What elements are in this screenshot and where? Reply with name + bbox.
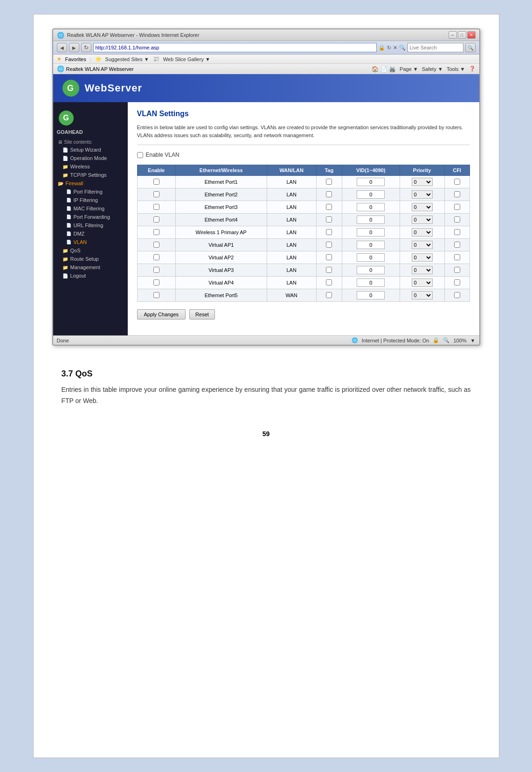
row-priority-select-5[interactable]: 0 1 2 3 4 5 6 7 [412, 241, 433, 249]
row-tag-checkbox-0[interactable] [326, 179, 332, 185]
sidebar-item-mac-filtering[interactable]: 📄 MAC Filtering [53, 204, 128, 213]
tools-menu[interactable]: Tools ▼ [447, 66, 465, 72]
webserver-logo: G [62, 80, 79, 97]
row-vid-input-7[interactable] [357, 266, 385, 274]
row-vid-input-3[interactable] [357, 216, 385, 224]
sidebar-item-vlan[interactable]: 📄 VLAN [53, 238, 128, 246]
sidebar-item-port-forwarding[interactable]: 📄 Port Forwarding [53, 213, 128, 221]
row-priority-select-9[interactable]: 0 1 2 3 4 5 6 7 [412, 291, 433, 299]
row-enable-checkbox-7[interactable] [153, 267, 159, 273]
row-tag-checkbox-2[interactable] [326, 204, 332, 210]
row-cfi-checkbox-4[interactable] [454, 229, 460, 235]
sidebar-item-ip-filtering[interactable]: 📄 IP Filtering [53, 196, 128, 204]
row-enable-checkbox-3[interactable] [153, 216, 159, 223]
row-cfi-checkbox-7[interactable] [454, 267, 460, 273]
sidebar-item-setup-wizard[interactable]: 📄 Setup Wizard [53, 146, 128, 154]
row-vid-input-5[interactable] [357, 241, 385, 249]
row-cfi-checkbox-5[interactable] [454, 242, 460, 248]
sidebar-item-management[interactable]: 📁 Management [53, 263, 128, 271]
row-enable-checkbox-6[interactable] [153, 254, 159, 260]
row-tag-checkbox-9[interactable] [326, 292, 332, 298]
safety-menu[interactable]: Safety ▼ [422, 66, 443, 72]
row-cfi-checkbox-2[interactable] [454, 204, 460, 210]
suggested-sites-link[interactable]: Suggested Sites ▼ [105, 56, 149, 62]
cell-name-2: Ethernet Port3 [175, 201, 267, 214]
cell-enable-1 [137, 188, 175, 201]
row-priority-select-1[interactable]: 0 1 2 3 4 5 6 7 [412, 190, 433, 199]
row-vid-input-1[interactable] [357, 190, 385, 199]
sidebar-item-port-filtering[interactable]: 📄 Port Filtering [53, 188, 128, 196]
sidebar-item-logout[interactable]: 📄 Logout [53, 271, 128, 280]
sidebar-item-wireless[interactable]: 📁 Wireless [53, 162, 128, 171]
row-priority-select-2[interactable]: 0 1 2 3 4 5 6 7 [412, 203, 433, 211]
row-enable-checkbox-9[interactable] [153, 292, 159, 298]
row-tag-checkbox-8[interactable] [326, 279, 332, 285]
col-wanlan: WAN/LAN [267, 165, 316, 176]
row-vid-input-0[interactable] [357, 178, 385, 186]
sidebar-item-url-filtering[interactable]: 📄 URL Filtering [53, 221, 128, 230]
row-cfi-checkbox-8[interactable] [454, 279, 460, 285]
row-enable-checkbox-8[interactable] [153, 279, 159, 285]
row-cfi-checkbox-1[interactable] [454, 191, 460, 197]
row-tag-checkbox-7[interactable] [326, 267, 332, 273]
row-priority-select-7[interactable]: 0 1 2 3 4 5 6 7 [412, 266, 433, 274]
page-menu[interactable]: Page ▼ [400, 66, 418, 72]
row-enable-checkbox-1[interactable] [153, 191, 159, 197]
row-tag-checkbox-3[interactable] [326, 216, 332, 223]
row-enable-checkbox-0[interactable] [153, 179, 159, 185]
web-slice-link[interactable]: Web Slice Gallery ▼ [163, 56, 210, 62]
row-vid-input-4[interactable] [357, 228, 385, 236]
sidebar-item-tcpip[interactable]: 📁 TCP/IP Settings [53, 171, 128, 179]
security-icon: 🔒 [379, 45, 385, 51]
col-tag: Tag [316, 165, 342, 176]
close-button[interactable]: ✕ [467, 31, 476, 39]
row-enable-checkbox-2[interactable] [153, 204, 159, 210]
sidebar-item-operation-mode[interactable]: 📄 Operation Mode [53, 154, 128, 162]
maximize-button[interactable]: □ [458, 31, 466, 39]
row-enable-checkbox-5[interactable] [153, 242, 159, 248]
back-button[interactable]: ◀ [57, 43, 67, 52]
address-input[interactable] [93, 43, 377, 52]
row-vid-input-9[interactable] [357, 291, 385, 299]
row-priority-select-3[interactable]: 0 1 2 3 4 5 6 7 [412, 216, 433, 224]
vlan-table: Enable Ethernet/Wireless WAN/LAN Tag VID… [137, 165, 470, 302]
row-tag-checkbox-6[interactable] [326, 254, 332, 260]
row-priority-select-6[interactable]: 0 1 2 3 4 5 6 7 [412, 253, 433, 262]
row-priority-select-8[interactable]: 0 1 2 3 4 5 6 7 [412, 278, 433, 287]
row-cfi-checkbox-0[interactable] [454, 179, 460, 185]
toolbar-icons: 🏠 📄 🖨️ [372, 66, 396, 72]
apply-changes-button[interactable]: Apply Changes [137, 309, 186, 320]
help-icon[interactable]: ❓ [469, 66, 476, 72]
sidebar-item-dmz[interactable]: 📄 DMZ [53, 230, 128, 238]
search-input[interactable] [408, 43, 463, 52]
enable-vlan-row: Enable VLAN [137, 152, 470, 158]
row-priority-select-0[interactable]: 0 1 2 3 4 5 6 7 [412, 178, 433, 186]
cell-tag-4 [316, 226, 342, 239]
zoom-arrow: ▼ [470, 338, 476, 343]
doc-icon-7: 📄 [62, 273, 68, 278]
row-priority-select-4[interactable]: 0 1 2 3 4 5 6 7 [412, 228, 433, 236]
toolbar-right: 🏠 📄 🖨️ Page ▼ Safety ▼ Tools ▼ ❓ [372, 66, 475, 72]
cell-enable-8 [137, 277, 175, 289]
forward-button[interactable]: ▶ [69, 43, 79, 52]
row-vid-input-2[interactable] [357, 203, 385, 211]
row-cfi-checkbox-9[interactable] [454, 292, 460, 298]
row-cfi-checkbox-3[interactable] [454, 216, 460, 223]
sidebar-item-qos[interactable]: 📁 QoS [53, 246, 128, 255]
row-enable-checkbox-4[interactable] [153, 229, 159, 235]
row-vid-input-6[interactable] [357, 253, 385, 262]
row-tag-checkbox-5[interactable] [326, 242, 332, 248]
sidebar-item-firewall[interactable]: 📂 Firewall [53, 179, 128, 188]
table-row: Ethernet Port3 LAN 0 1 2 3 4 5 6 7 [137, 201, 470, 214]
row-cfi-checkbox-6[interactable] [454, 254, 460, 260]
row-tag-checkbox-1[interactable] [326, 191, 332, 197]
refresh-button[interactable]: ↻ [81, 43, 91, 52]
row-vid-input-8[interactable] [357, 278, 385, 287]
reset-button[interactable]: Reset [189, 309, 215, 320]
sidebar-label-tcpip: TCP/IP Settings [70, 172, 107, 178]
search-button[interactable]: 🔍 [465, 43, 476, 52]
minimize-button[interactable]: ─ [449, 31, 457, 39]
enable-vlan-checkbox[interactable] [137, 152, 143, 158]
sidebar-item-route-setup[interactable]: 📁 Route Setup [53, 255, 128, 263]
row-tag-checkbox-4[interactable] [326, 229, 332, 235]
